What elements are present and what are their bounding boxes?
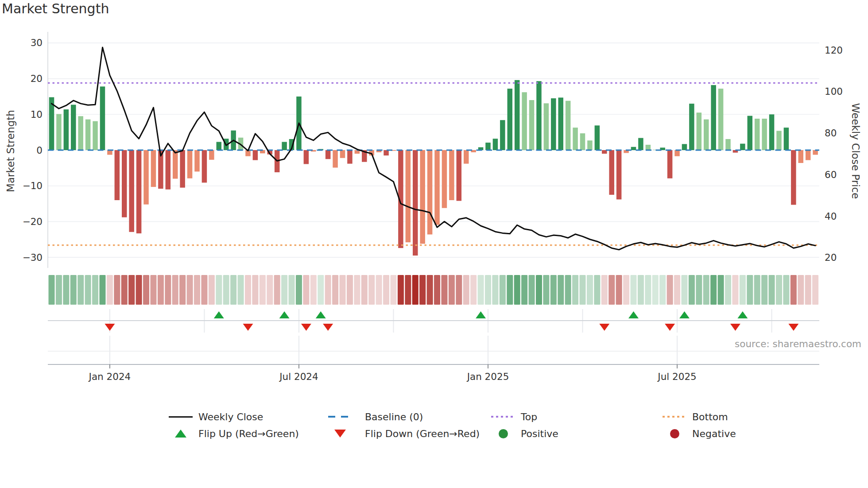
legend-weekly-close: Weekly Close — [168, 410, 263, 423]
legend-label: Positive — [521, 428, 558, 439]
strength-bar — [704, 120, 709, 150]
heatmap-cell — [507, 275, 513, 305]
strength-bar — [115, 150, 120, 200]
strength-bar — [85, 120, 91, 150]
heatmap-cell — [289, 275, 295, 305]
heatmap-cell — [776, 275, 782, 305]
strength-bar — [682, 144, 687, 150]
strength-bar — [646, 145, 651, 150]
strength-bar — [282, 142, 287, 150]
flip-down-marker — [323, 324, 333, 331]
heatmap-cell — [354, 275, 360, 305]
flip-up-triangle-icon — [168, 429, 193, 438]
heatmap-cell — [310, 275, 317, 305]
heatmap-cell — [536, 275, 542, 305]
heatmap-cell — [608, 275, 615, 305]
heatmap-cell — [361, 275, 368, 305]
strength-bar — [129, 150, 134, 232]
flip-down-marker — [599, 324, 609, 331]
strength-bar — [515, 80, 520, 150]
heatmap-cell — [470, 275, 477, 305]
flip-up-marker — [279, 311, 290, 318]
right-axis-tick-label: 100 — [825, 86, 843, 97]
strength-bar — [500, 120, 505, 150]
heatmap-cell — [172, 275, 178, 305]
weekly-close-line-icon — [168, 412, 193, 422]
heatmap-cell — [732, 275, 738, 305]
strength-bar — [522, 92, 527, 150]
strength-bar — [573, 128, 578, 150]
heatmap-cell — [252, 275, 258, 305]
legend-label: Top — [521, 411, 537, 422]
flip-down-marker — [665, 324, 675, 331]
flip-marker-strip — [48, 309, 819, 333]
heatmap-cell — [238, 275, 244, 305]
heatmap-cell — [216, 275, 222, 305]
strength-bar — [674, 150, 680, 156]
legend-label: Negative — [692, 428, 736, 439]
strength-bar — [806, 150, 811, 160]
heatmap-cell — [456, 275, 462, 305]
strength-bar — [558, 97, 564, 150]
strength-bar — [798, 150, 804, 163]
heatmap-cell — [158, 275, 164, 305]
flip-down-triangle-icon — [328, 429, 353, 438]
heatmap-cell — [790, 275, 797, 305]
heatmap-cell — [296, 275, 302, 305]
heatmap-cell — [667, 275, 673, 305]
heatmap-cell — [747, 275, 753, 305]
heatmap-cell — [419, 275, 426, 305]
heatmap-cell — [85, 275, 91, 305]
heatmap-cell — [492, 275, 498, 305]
flip-down-marker — [788, 324, 798, 331]
x-axis-tick-label: Jan 2024 — [88, 371, 131, 382]
strength-bar — [93, 121, 98, 150]
heatmap-cell — [761, 275, 767, 305]
legend-negative: Negative — [662, 427, 736, 440]
strength-bar — [508, 89, 513, 150]
right-axis-tick-label: 60 — [825, 169, 837, 180]
strength-bar — [587, 140, 593, 150]
strength-bar — [813, 150, 818, 155]
heatmap-cell — [260, 275, 266, 305]
heatmap-cell — [594, 275, 600, 305]
heatmap-cell — [194, 275, 200, 305]
heatmap-cell — [725, 275, 731, 305]
heatmap-cell — [179, 275, 186, 305]
heatmap-cell — [230, 275, 236, 305]
legend-label: Flip Up (Red→Green) — [198, 428, 299, 439]
strength-bar — [122, 150, 127, 217]
legend-label: Bottom — [692, 411, 728, 422]
sign-heatmap-strip — [49, 275, 819, 305]
strength-bar — [748, 116, 753, 150]
heatmap-cell — [580, 275, 586, 305]
heatmap-cell — [368, 275, 375, 305]
heatmap-cell — [798, 275, 804, 305]
heatmap-cell — [412, 275, 418, 305]
positive-dot-icon — [491, 429, 515, 438]
left-axis-tick-label: 10 — [31, 109, 43, 120]
source-note: source: sharemaestro.com — [576, 338, 861, 349]
heatmap-cell — [652, 275, 659, 305]
strength-bar — [180, 150, 185, 188]
strength-bar — [166, 150, 171, 190]
heatmap-cell — [805, 275, 811, 305]
left-axis-tick-label: −20 — [23, 216, 43, 227]
heatmap-cell — [616, 275, 622, 305]
right-axis-title: Weekly Close Price — [849, 85, 862, 217]
heatmap-cell — [565, 275, 571, 305]
heatmap-cell — [49, 275, 55, 305]
strength-bar — [304, 150, 309, 164]
heatmap-cell — [681, 275, 687, 305]
heatmap-cell — [136, 275, 142, 305]
strength-bar — [413, 150, 418, 256]
legend-label: Baseline (0) — [365, 411, 423, 422]
heatmap-cell — [143, 275, 149, 305]
top-dotted-icon — [491, 412, 515, 422]
heatmap-cell — [281, 275, 287, 305]
right-axis-tick-label: 80 — [825, 128, 837, 139]
flip-up-marker — [628, 311, 639, 318]
flip-down-marker — [105, 324, 115, 331]
heatmap-cell — [638, 275, 644, 305]
heatmap-cell — [340, 275, 346, 305]
